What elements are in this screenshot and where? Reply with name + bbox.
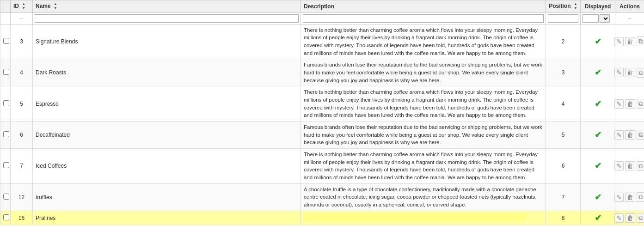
name-header[interactable]: Name ▲ ▼ [33,0,301,13]
row-checkbox[interactable] [3,69,9,75]
filter-name-cell[interactable] [33,12,301,24]
row-checkbox[interactable] [3,100,9,106]
copy-icon[interactable]: ⧉ [637,36,644,46]
filter-displayed-wrap: ▼ Yes No [583,14,613,23]
checkbox-header [0,0,11,13]
filter-description-cell[interactable] [301,12,546,24]
id-label: ID [13,3,19,9]
table-row: 12trufflesA chocolate truffle is a type … [0,183,644,211]
displayed-check-icon: ✔ [595,130,601,140]
action-icons-wrap: ✎🗑⧉ [618,36,641,46]
displayed-header: Displayed [581,0,615,13]
edit-icon[interactable]: ✎ [614,68,624,77]
delete-icon[interactable]: 🗑 [625,213,635,223]
delete-icon[interactable]: 🗑 [625,99,635,109]
id-sort-desc[interactable]: ▼ [22,6,25,11]
table-row: 7Iced CoffeesThere is nothing better tha… [0,149,644,184]
row-position: 4 [546,86,581,122]
action-icons-wrap: ✎🗑⧉ [618,161,641,171]
filter-displayed-input[interactable] [583,14,599,23]
displayed-label: Displayed [585,3,611,10]
row-description [301,211,546,225]
displayed-check-icon: ✔ [595,161,601,170]
filter-displayed-cell[interactable]: ▼ Yes No [581,12,615,24]
actions-label: Actions [619,3,640,10]
position-sort-desc[interactable]: ▼ [574,6,577,11]
filter-description-input[interactable] [303,14,544,23]
action-icons-wrap: ✎🗑⧉ [618,99,641,109]
delete-icon[interactable]: 🗑 [625,68,635,77]
action-icons-wrap: ✎🗑⧉ [618,130,641,140]
row-checkbox[interactable] [3,131,9,137]
edit-icon[interactable]: ✎ [614,130,624,140]
filter-id-dash: -- [12,15,31,22]
filter-actions-cell: -- [615,12,644,24]
displayed-check-icon: ✔ [595,193,601,202]
row-description: Famous brands often lose their reputatio… [301,121,546,148]
action-icons-wrap: ✎🗑⧉ [618,213,641,223]
row-description: Famous brands often lose their reputatio… [301,59,546,86]
row-displayed: ✔ [581,121,615,148]
row-actions: ✎🗑⧉ [615,121,644,148]
row-id: 12 [11,183,33,211]
edit-icon[interactable]: ✎ [614,193,624,202]
delete-icon[interactable]: 🗑 [625,193,635,202]
row-id: 7 [11,149,33,184]
row-name: Signature Blends [33,24,301,59]
position-header[interactable]: Position ▲ ▼ [546,0,581,13]
edit-icon[interactable]: ✎ [614,161,624,170]
row-displayed: ✔ [581,149,615,184]
row-checkbox-cell [0,86,11,122]
filter-displayed-select[interactable]: ▼ Yes No [600,14,610,23]
row-checkbox-cell [0,211,11,225]
row-checkbox-cell [0,149,11,184]
name-sort[interactable]: ▲ ▼ [54,2,57,11]
row-actions: ✎🗑⧉ [615,86,644,122]
row-displayed: ✔ [581,86,615,122]
copy-icon[interactable]: ⧉ [637,99,644,109]
row-checkbox[interactable] [3,214,9,220]
table-row: 5EspressoThere is nothing better than ch… [0,86,644,122]
id-header[interactable]: ID ▲ ▼ [11,0,33,13]
filter-row: -- ▼ Yes No [0,12,644,24]
name-sort-desc[interactable]: ▼ [54,6,57,11]
edit-icon[interactable]: ✎ [614,37,624,46]
filter-position-input[interactable] [548,14,578,23]
copy-icon[interactable]: ⧉ [637,161,644,171]
copy-icon[interactable]: ⧉ [637,68,644,78]
copy-icon[interactable]: ⧉ [637,130,644,140]
row-checkbox[interactable] [3,194,9,200]
delete-icon[interactable]: 🗑 [625,130,635,140]
copy-icon[interactable]: ⧉ [637,192,644,202]
row-displayed: ✔ [581,211,615,225]
edit-icon[interactable]: ✎ [614,213,624,223]
id-sort[interactable]: ▲ ▼ [22,2,25,11]
displayed-check-icon: ✔ [595,68,601,77]
row-displayed: ✔ [581,24,615,59]
table-row: 3Signature BlendsThere is nothing better… [0,24,644,59]
filter-name-input[interactable] [35,14,299,23]
row-description: A chocolate truffle is a type of chocola… [301,183,546,211]
row-checkbox[interactable] [3,38,9,44]
row-id: 16 [11,211,33,225]
row-position: 8 [546,211,581,225]
position-sort[interactable]: ▲ ▼ [574,2,577,11]
row-checkbox[interactable] [3,162,9,168]
copy-icon[interactable]: ⧉ [637,213,644,223]
row-name: Decaffeinated [33,121,301,148]
row-actions: ✎🗑⧉ [615,183,644,211]
row-checkbox-cell [0,24,11,59]
delete-icon[interactable]: 🗑 [625,37,635,46]
row-checkbox-cell [0,59,11,86]
row-position: 6 [546,149,581,184]
filter-position-cell[interactable] [546,12,581,24]
action-icons-wrap: ✎🗑⧉ [618,68,641,78]
table-row: 4Dark RoastsFamous brands often lose the… [0,59,644,86]
row-name: Iced Coffees [33,149,301,184]
row-displayed: ✔ [581,59,615,86]
row-name: Pralines [33,211,301,225]
delete-icon[interactable]: 🗑 [625,161,635,170]
edit-icon[interactable]: ✎ [614,99,624,109]
displayed-check-icon: ✔ [595,99,601,109]
filter-id-cell: -- [11,12,33,24]
